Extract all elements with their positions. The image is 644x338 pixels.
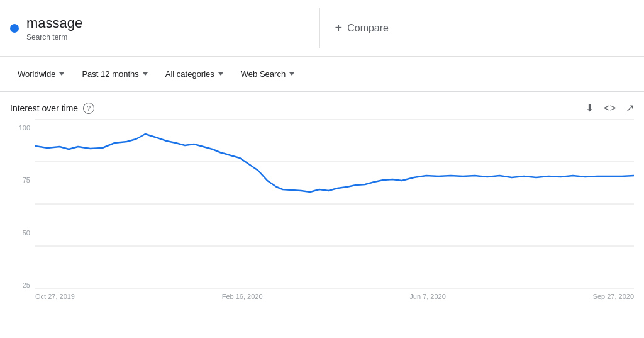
chart-wrapper: 100 75 50 25 Oct 27, 2019 Feb 16, 2020 <box>10 119 634 308</box>
x-label-jun: Jun 7, 2020 <box>409 293 446 300</box>
category-chevron-icon <box>218 72 223 76</box>
y-label-25: 25 <box>10 281 35 289</box>
region-filter[interactable]: Worldwide <box>10 64 72 84</box>
x-axis: Oct 27, 2019 Feb 16, 2020 Jun 7, 2020 Se… <box>35 289 634 308</box>
period-label: Past 12 months <box>82 69 138 79</box>
compare-section: + Compare <box>320 21 635 35</box>
period-filter[interactable]: Past 12 months <box>74 64 155 84</box>
category-label: All categories <box>165 69 214 79</box>
chart-title-area: Interest over time ? <box>10 103 94 114</box>
download-icon[interactable]: ⬇ <box>586 102 594 114</box>
region-chevron-icon <box>59 72 64 76</box>
period-chevron-icon <box>143 72 148 76</box>
chart-actions: ⬇ <> ↗ <box>586 102 634 114</box>
x-label-oct: Oct 27, 2019 <box>35 293 75 300</box>
header: massage Search term + Compare <box>0 0 644 57</box>
y-label-100: 100 <box>10 124 35 132</box>
search-term-main: massage <box>26 15 82 31</box>
search-term-sub: Search term <box>26 33 82 42</box>
x-label-sep: Sep 27, 2020 <box>593 293 634 300</box>
help-icon[interactable]: ? <box>83 103 94 114</box>
search-type-label: Web Search <box>241 69 286 79</box>
chart-section: Interest over time ? ⬇ <> ↗ 100 75 50 25 <box>0 92 644 308</box>
share-icon[interactable]: ↗ <box>626 102 634 114</box>
search-term-section: massage Search term <box>10 8 320 48</box>
compare-label: Compare <box>347 23 389 34</box>
x-label-feb: Feb 16, 2020 <box>222 293 263 300</box>
plus-icon: + <box>335 21 343 35</box>
chart-header: Interest over time ? ⬇ <> ↗ <box>10 102 634 114</box>
chart-svg <box>35 119 634 289</box>
compare-button[interactable]: + Compare <box>335 21 389 35</box>
search-type-filter[interactable]: Web Search <box>233 64 302 84</box>
filters-bar: Worldwide Past 12 months All categories … <box>0 57 644 92</box>
search-type-chevron-icon <box>289 72 294 76</box>
y-label-50: 50 <box>10 229 35 237</box>
category-filter[interactable]: All categories <box>158 64 231 84</box>
y-label-75: 75 <box>10 176 35 184</box>
search-term-text: massage Search term <box>26 15 82 42</box>
chart-title: Interest over time <box>10 103 78 113</box>
y-axis: 100 75 50 25 <box>10 119 35 308</box>
search-term-dot <box>10 24 19 33</box>
embed-icon[interactable]: <> <box>604 103 616 114</box>
region-label: Worldwide <box>18 69 55 79</box>
chart-area <box>35 119 634 289</box>
